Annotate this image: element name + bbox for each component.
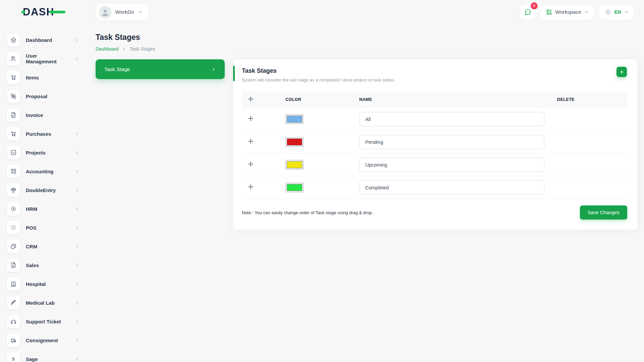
company-name: WorkDo (115, 9, 134, 15)
card-subtitle: System will consider the last stage as a… (242, 77, 627, 82)
sidebar-item-hospital[interactable]: Hospital (7, 275, 87, 293)
sidebar-item-doubleentry[interactable]: DoubleEntry (7, 181, 87, 199)
sidebar-item-user-management[interactable]: User Management (7, 49, 87, 68)
chevron-right-icon (122, 47, 126, 51)
company-dropdown[interactable]: WorkDo (96, 4, 149, 20)
main-content: Task Stages Dashboard Task Stages Task S… (87, 24, 644, 230)
sidebar-item-sage[interactable]: SSage (7, 350, 87, 362)
stage-row-completed (242, 176, 627, 199)
save-changes-button[interactable]: Save Changes (580, 205, 627, 220)
chevron-right-icon (75, 319, 79, 324)
stage-color-picker[interactable] (285, 183, 304, 192)
content-row: Task Stage Task Stages System will consi… (96, 59, 637, 230)
sidebar-item-label: User Management (26, 53, 69, 64)
sidebar-item-pos[interactable]: POS (7, 218, 87, 237)
sidebar-item-label: Proposal (26, 94, 47, 99)
chat-icon (524, 8, 532, 16)
sidebar-item-label: Invoice (26, 112, 43, 118)
stage-name-input[interactable] (359, 180, 544, 195)
stage-row-upcoming (242, 154, 627, 176)
sage-s-icon: S (7, 352, 20, 362)
sidebar-item-purchases[interactable]: Purchases (7, 124, 87, 143)
chevron-right-icon (75, 357, 79, 361)
move-column-header (242, 91, 282, 108)
user-dashed-icon (7, 202, 20, 216)
delete-cell (554, 176, 627, 199)
drag-handle-icon[interactable] (248, 161, 254, 167)
grid-dots-icon (7, 221, 20, 234)
page-title: Task Stages (96, 33, 637, 42)
sidebar-item-hrm[interactable]: HRM (7, 199, 87, 218)
chevron-right-icon (75, 226, 79, 230)
truck-icon (7, 334, 20, 347)
sidebar-item-crm[interactable]: CRM (7, 237, 87, 256)
add-stage-button[interactable]: + (616, 67, 627, 77)
breadcrumb-dashboard-link[interactable]: Dashboard (96, 46, 119, 52)
workspace-dropdown[interactable]: Workspace (540, 5, 594, 20)
chevron-right-icon (75, 38, 79, 42)
sidebar-item-label: Consignment (26, 338, 58, 343)
drag-handle-icon[interactable] (248, 138, 254, 144)
sidebar-item-label: CRM (26, 244, 37, 249)
chevron-right-icon (211, 67, 216, 72)
stage-row-pending (242, 131, 627, 154)
logo-accent-dot (21, 11, 25, 13)
check-square-icon (7, 146, 20, 159)
sidebar-item-dashboard[interactable]: Dashboard (7, 31, 87, 49)
stage-name-input[interactable] (359, 135, 544, 149)
sidebar-item-medical-lab[interactable]: Medical Lab (7, 293, 87, 312)
chevron-right-icon (75, 207, 79, 211)
dash-logo[interactable]: DASH (21, 6, 65, 18)
stage-color-picker[interactable] (285, 137, 304, 147)
messages-button[interactable]: 0 (520, 5, 535, 20)
card-accent-bar (233, 66, 235, 81)
breadcrumb-current: Task Stages (130, 46, 155, 52)
sidebar-item-label: Hospital (26, 281, 46, 287)
sidebar-item-support-ticket[interactable]: Support Ticket (7, 312, 87, 331)
stage-color-swatch (287, 116, 302, 123)
exchange-icon (7, 89, 20, 103)
home-icon (7, 33, 20, 47)
stage-color-picker[interactable] (285, 114, 304, 124)
task-stages-card: Task Stages System will consider the las… (233, 59, 637, 230)
sidebar-item-sales[interactable]: Sales (7, 256, 87, 275)
language-dropdown[interactable]: EN (599, 5, 634, 20)
sidebar-item-label: Dashboard (26, 37, 52, 43)
stage-color-picker[interactable] (285, 160, 304, 170)
subnav-item-task-stage[interactable]: Task Stage (96, 59, 225, 79)
stage-color-swatch (287, 138, 302, 145)
stage-name-input[interactable] (359, 158, 544, 172)
stage-row-all (242, 108, 627, 131)
sidebar-item-accounting[interactable]: Accounting (7, 162, 87, 181)
workspace-icon (546, 9, 552, 15)
sidebar-item-label: DoubleEntry (26, 187, 56, 193)
delete-cell (554, 154, 627, 176)
drag-handle-icon[interactable] (248, 184, 254, 190)
sidebar-item-label: Items (26, 75, 39, 80)
headphones-icon (7, 315, 20, 328)
stage-color-swatch (287, 161, 302, 168)
table-header: COLOR NAME DELETE (242, 91, 627, 108)
drag-handle-icon[interactable] (248, 116, 254, 121)
users-icon (7, 52, 20, 65)
sidebar-item-projects[interactable]: Projects (7, 143, 87, 162)
drag-drop-note: Note : You can easily change order of Ta… (242, 210, 373, 215)
workspace-label: Workspace (555, 9, 581, 15)
chevron-right-icon (75, 188, 79, 192)
chevron-right-icon (75, 282, 79, 286)
sidebar-item-items[interactable]: Items (7, 68, 87, 87)
sidebar-item-invoice[interactable]: Invoice (7, 106, 87, 124)
globe-icon (604, 9, 611, 16)
delete-cell (554, 131, 627, 154)
chevron-right-icon (75, 263, 79, 267)
language-label: EN (614, 9, 621, 15)
file-icon (7, 108, 20, 122)
color-column-header: COLOR (282, 91, 356, 108)
topbar: DASH WorkDo 0 (0, 0, 644, 24)
settings-subnav: Task Stage (96, 59, 225, 79)
stage-name-input[interactable] (359, 112, 544, 126)
sidebar-item-label: HRM (26, 206, 37, 212)
sidebar-item-consignment[interactable]: Consignment (7, 331, 87, 350)
delete-cell (554, 108, 627, 131)
sidebar-item-proposal[interactable]: Proposal (7, 87, 87, 106)
